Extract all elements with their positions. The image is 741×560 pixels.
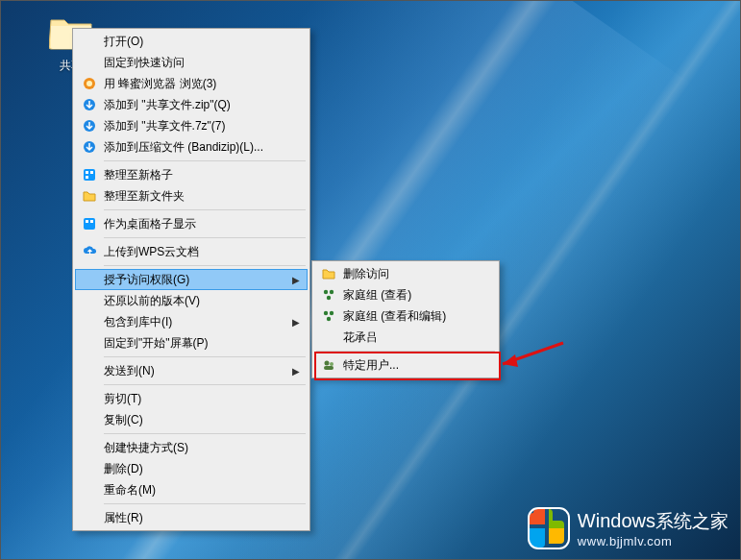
svg-point-12 <box>324 290 328 294</box>
fence-icon <box>79 215 100 232</box>
menu-label: 固定到快速访问 <box>104 55 302 71</box>
watermark: Windows系统之家 www.bjjmlv.com <box>528 507 729 549</box>
menu-label: 删除访问 <box>343 266 491 282</box>
fence-icon <box>79 166 100 183</box>
menu-open[interactable]: 打开(O) <box>75 31 308 52</box>
windows-logo-icon <box>528 507 570 549</box>
menu-label: 添加到 "共享文件.7z"(7) <box>104 118 302 134</box>
svg-point-17 <box>327 317 331 321</box>
menu-separator <box>316 351 495 352</box>
watermark-brand: Windows <box>578 510 655 531</box>
submenu-homegroup-view[interactable]: 家庭组 (查看) <box>314 284 497 305</box>
menu-fence-show[interactable]: 作为桌面格子显示 <box>75 213 308 234</box>
menu-separator <box>104 503 306 504</box>
archive-icon <box>79 138 100 156</box>
menu-label: 属性(R) <box>104 510 302 526</box>
menu-label: 授予访问权限(G) <box>104 272 290 288</box>
blank-icon <box>79 411 100 428</box>
menu-pin-start[interactable]: 固定到"开始"屏幕(P) <box>75 332 308 353</box>
context-menu: 打开(O) 固定到快速访问 用 蜂蜜浏览器 浏览(3) 添加到 "共享文件.zi… <box>72 28 310 531</box>
menu-label: 发送到(N) <box>104 363 290 379</box>
menu-separator <box>104 160 306 161</box>
svg-rect-11 <box>90 220 93 223</box>
svg-line-21 <box>503 343 563 364</box>
folder-small-icon <box>79 187 100 205</box>
submenu-user[interactable]: 花承吕 <box>314 327 497 348</box>
menu-label: 打开(O) <box>104 34 302 50</box>
menu-label: 添加到 "共享文件.zip"(Q) <box>104 97 302 113</box>
menu-label: 整理至新文件夹 <box>104 188 302 205</box>
svg-rect-10 <box>86 220 88 223</box>
submenu-homegroup-edit[interactable]: 家庭组 (查看和编辑) <box>314 305 497 327</box>
menu-separator <box>104 265 306 266</box>
blank-icon <box>79 313 100 330</box>
blank-icon <box>79 334 100 352</box>
svg-rect-5 <box>84 169 95 181</box>
menu-create-shortcut[interactable]: 创建快捷方式(S) <box>75 437 308 458</box>
blank-icon <box>79 292 100 309</box>
menu-label: 上传到WPS云文档 <box>104 244 302 260</box>
svg-point-13 <box>330 290 333 294</box>
svg-rect-6 <box>86 171 88 174</box>
menu-label: 用 蜂蜜浏览器 浏览(3) <box>104 76 302 92</box>
submenu-specific-users[interactable]: 特定用户... <box>314 354 497 376</box>
menu-label: 重命名(M) <box>104 482 302 499</box>
svg-rect-8 <box>86 176 88 179</box>
menu-label: 删除(D) <box>104 461 302 477</box>
menu-include-library[interactable]: 包含到库中(I) ▶ <box>75 311 308 332</box>
menu-label: 剪切(T) <box>104 391 302 407</box>
menu-upload-wps[interactable]: 上传到WPS云文档 <box>75 241 308 262</box>
submenu-remove-access[interactable]: 删除访问 <box>314 263 497 284</box>
menu-add-archive[interactable]: 添加到压缩文件 (Bandizip)(L)... <box>75 136 308 158</box>
blank-icon <box>79 362 100 379</box>
menu-label: 家庭组 (查看和编辑) <box>343 308 491 325</box>
menu-fence-tidy[interactable]: 整理至新格子 <box>75 164 308 185</box>
menu-grant-access[interactable]: 授予访问权限(G) ▶ <box>75 269 308 290</box>
menu-pin-quick-access[interactable]: 固定到快速访问 <box>75 52 308 73</box>
menu-separator <box>104 356 306 357</box>
svg-rect-7 <box>90 171 93 174</box>
blank-icon <box>79 439 100 456</box>
blank-icon <box>79 33 100 50</box>
blank-icon <box>79 271 100 288</box>
svg-rect-9 <box>84 218 95 230</box>
blank-icon <box>79 460 100 477</box>
blank-icon <box>79 390 100 407</box>
archive-icon <box>79 117 100 134</box>
svg-marker-22 <box>503 354 518 367</box>
blank-icon <box>318 329 339 346</box>
svg-point-18 <box>325 361 330 366</box>
menu-browse-with[interactable]: 用 蜂蜜浏览器 浏览(3) <box>75 73 308 94</box>
menu-delete[interactable]: 删除(D) <box>75 458 308 479</box>
archive-icon <box>79 96 100 113</box>
blank-icon <box>79 54 100 71</box>
menu-separator <box>104 433 306 434</box>
homegroup-icon <box>318 286 339 304</box>
menu-restore-previous[interactable]: 还原以前的版本(V) <box>75 290 308 311</box>
users-icon <box>318 356 339 374</box>
menu-separator <box>104 209 306 210</box>
menu-copy[interactable]: 复制(C) <box>75 409 308 430</box>
svg-point-19 <box>330 362 333 366</box>
menu-separator <box>104 237 306 238</box>
menu-properties[interactable]: 属性(R) <box>75 507 308 528</box>
svg-point-14 <box>327 296 331 300</box>
browser-icon <box>79 75 100 92</box>
menu-label: 复制(C) <box>104 412 302 428</box>
menu-label: 固定到"开始"屏幕(P) <box>104 335 302 352</box>
menu-send-to[interactable]: 发送到(N) ▶ <box>75 360 308 381</box>
menu-folder-tidy[interactable]: 整理至新文件夹 <box>75 185 308 207</box>
cloud-upload-icon <box>79 243 100 260</box>
menu-separator <box>104 384 306 385</box>
watermark-url: www.bjjmlv.com <box>578 534 729 548</box>
menu-add-7z[interactable]: 添加到 "共享文件.7z"(7) <box>75 115 308 136</box>
menu-label: 花承吕 <box>343 329 491 346</box>
menu-label: 作为桌面格子显示 <box>104 216 302 232</box>
blank-icon <box>79 481 100 499</box>
menu-add-zip[interactable]: 添加到 "共享文件.zip"(Q) <box>75 94 308 115</box>
menu-label: 添加到压缩文件 (Bandizip)(L)... <box>104 139 302 156</box>
menu-label: 还原以前的版本(V) <box>104 293 302 309</box>
menu-cut[interactable]: 剪切(T) <box>75 388 308 409</box>
menu-label: 包含到库中(I) <box>104 314 290 330</box>
menu-rename[interactable]: 重命名(M) <box>75 479 308 500</box>
